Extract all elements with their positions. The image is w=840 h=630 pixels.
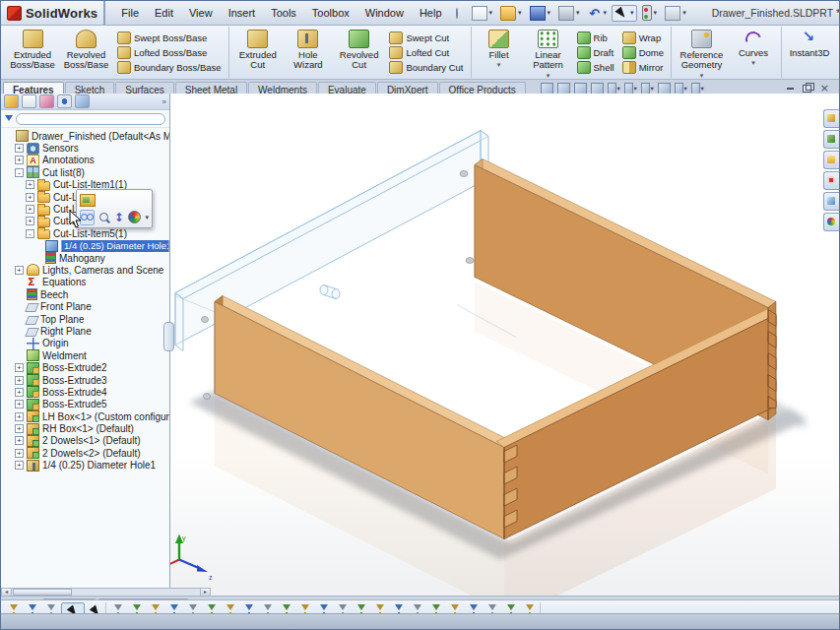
- tree-item[interactable]: Mahogany: [1, 252, 169, 264]
- expand-toggle-icon[interactable]: [15, 168, 24, 177]
- command-button[interactable]: Draft: [575, 45, 616, 59]
- menu-item[interactable]: Toolbox: [304, 5, 357, 21]
- move-icon[interactable]: ↕: [113, 211, 124, 224]
- dropdown-caret-icon[interactable]: ▾: [654, 9, 658, 17]
- tree-item[interactable]: Equations: [1, 277, 169, 288]
- undo-icon[interactable]: ↶: [588, 7, 602, 20]
- command-button[interactable]: Revolved Cut: [333, 27, 386, 78]
- tree-item[interactable]: Origin: [1, 338, 169, 349]
- displaymanager-tab-icon[interactable]: [75, 94, 90, 108]
- tree-item[interactable]: Cut-List-Item5(1): [1, 227, 169, 239]
- tree-item[interactable]: RH Box<1> (Default): [1, 422, 169, 434]
- dropdown-caret-icon[interactable]: ▾: [630, 9, 634, 17]
- expand-toggle-icon[interactable]: [26, 229, 34, 238]
- command-button[interactable]: Curves ▾: [729, 27, 778, 78]
- cut-list-folder-icon[interactable]: [80, 194, 96, 207]
- doc-restore-button[interactable]: [803, 85, 811, 93]
- open-icon[interactable]: [500, 6, 516, 21]
- command-button[interactable]: Instant3D: [785, 27, 834, 78]
- dropdown-caret-icon[interactable]: ▾: [145, 214, 149, 221]
- featuremanager-tab-icon[interactable]: [4, 94, 19, 108]
- dropdown-caret-icon[interactable]: ▾: [518, 9, 522, 17]
- expand-toggle-icon[interactable]: [26, 180, 34, 189]
- dropdown-caret-icon[interactable]: ▾: [604, 9, 608, 17]
- tree-item[interactable]: Weldment: [1, 349, 169, 361]
- pin-icon[interactable]: [456, 8, 458, 19]
- command-button[interactable]: Extruded Boss/Base: [6, 27, 59, 78]
- expand-toggle-icon[interactable]: [15, 363, 24, 372]
- dropdown-caret-icon[interactable]: ▾: [633, 85, 636, 93]
- ghost-dowel[interactable]: [320, 285, 340, 299]
- scroll-right-icon[interactable]: ►: [200, 589, 210, 596]
- dropdown-caret-icon[interactable]: ▾: [683, 85, 686, 93]
- dropdown-caret-icon[interactable]: ▾: [548, 9, 551, 17]
- scrollbar-thumb[interactable]: [13, 589, 72, 596]
- propertymanager-tab-icon[interactable]: [22, 94, 36, 108]
- tree-item[interactable]: Boss-Extrude4: [1, 386, 169, 398]
- tree-item[interactable]: Beech: [1, 288, 169, 300]
- expand-toggle-icon[interactable]: [15, 412, 24, 421]
- menu-item[interactable]: Window: [357, 5, 412, 21]
- tree-item[interactable]: Top Plane: [1, 313, 169, 325]
- expand-toggle-icon[interactable]: [15, 461, 24, 470]
- tree-item[interactable]: Annotations: [1, 155, 169, 166]
- expand-toggle-icon[interactable]: [15, 376, 24, 385]
- tree-item[interactable]: Boss-Extrude2: [1, 361, 169, 373]
- command-button[interactable]: Lofted Boss/Base: [115, 45, 224, 59]
- command-button[interactable]: Extruded Cut: [232, 27, 284, 78]
- dimxpertmanager-tab-icon[interactable]: [57, 94, 72, 108]
- tree-item[interactable]: 1/4 (0.25) Diameter Hole1: [1, 460, 169, 472]
- command-button[interactable]: Wrap: [620, 31, 666, 44]
- menu-item[interactable]: Tools: [263, 5, 304, 21]
- panel-splitter-handle[interactable]: [163, 322, 174, 351]
- dropdown-caret-icon[interactable]: ▾: [616, 85, 619, 93]
- dropdown-caret-icon[interactable]: ▾: [682, 9, 686, 17]
- dropdown-caret-icon[interactable]: ▾: [489, 9, 493, 17]
- tree-item[interactable]: Front Plane: [1, 300, 169, 312]
- zoom-to-selection-icon[interactable]: [98, 211, 109, 224]
- hide-show-icon[interactable]: [80, 210, 95, 225]
- file-explorer-icon[interactable]: [823, 151, 839, 169]
- expand-toggle-icon[interactable]: [15, 144, 24, 153]
- expand-toggle-icon[interactable]: [26, 193, 34, 202]
- dropdown-caret-icon[interactable]: ▾: [497, 61, 501, 69]
- expand-toggle-icon[interactable]: [26, 205, 34, 214]
- print-icon[interactable]: [558, 6, 574, 21]
- new-document-icon[interactable]: [472, 6, 487, 21]
- image-quality-icon[interactable]: [665, 6, 680, 21]
- dropdown-caret-icon[interactable]: ▾: [751, 59, 755, 67]
- tree-item[interactable]: Cut list(8): [1, 166, 169, 178]
- expand-toggle-icon[interactable]: [15, 449, 24, 458]
- tree-item[interactable]: LH Box<1> (Custom configurati: [1, 410, 169, 422]
- appearances-scenes-icon[interactable]: [823, 213, 839, 231]
- dropdown-caret-icon[interactable]: ▾: [547, 72, 550, 80]
- command-button[interactable]: Boundary Boss/Base: [115, 60, 224, 74]
- search-results-icon[interactable]: [823, 171, 839, 190]
- menu-item[interactable]: Edit: [147, 5, 181, 21]
- command-button[interactable]: Swept Boss/Base: [115, 31, 224, 44]
- dropdown-caret-icon[interactable]: ▾: [700, 85, 703, 93]
- command-button[interactable]: Boundary Cut: [387, 60, 465, 74]
- dropdown-caret-icon[interactable]: ▾: [576, 9, 580, 17]
- expand-toggle-icon[interactable]: [15, 266, 24, 275]
- expand-toggle-icon[interactable]: [15, 400, 24, 409]
- expand-toggle-icon[interactable]: [26, 217, 34, 225]
- model-viewport[interactable]: x y z: [169, 94, 827, 597]
- tree-item[interactable]: 2 Dowels<2> (Default): [1, 447, 169, 459]
- graphics-area[interactable]: x y z » Drawer_Finish: [1, 94, 839, 597]
- tree-item[interactable]: Lights, Cameras and Scene: [1, 264, 169, 276]
- expand-toggle-icon[interactable]: [15, 156, 24, 164]
- command-button[interactable]: Linear Pattern ▾: [524, 27, 573, 78]
- command-button[interactable]: Lofted Cut: [387, 45, 465, 59]
- overflow-chevrons-icon[interactable]: »: [162, 97, 166, 106]
- command-button[interactable]: Dome: [620, 45, 666, 59]
- menu-item[interactable]: File: [113, 5, 147, 21]
- command-button[interactable]: Mirror: [620, 60, 666, 74]
- command-button[interactable]: Hole Wizard: [284, 27, 333, 78]
- tree-item[interactable]: Boss-Extrude5: [1, 399, 169, 410]
- menu-item[interactable]: Help: [412, 5, 450, 21]
- scroll-left-icon[interactable]: ◄: [2, 589, 12, 596]
- menu-item[interactable]: Insert: [221, 5, 264, 21]
- command-button[interactable]: Reference Geometry ▾: [675, 27, 729, 78]
- expand-toggle-icon[interactable]: [15, 424, 24, 433]
